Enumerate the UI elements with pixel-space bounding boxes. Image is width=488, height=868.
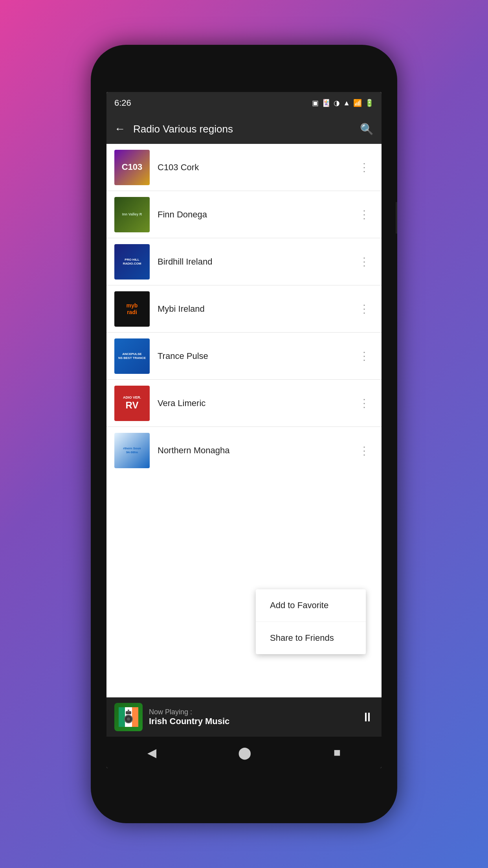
status-wifi-icon: ▲: [343, 99, 350, 107]
station-name-finn: Finn Donega: [158, 210, 355, 220]
status-battery-icon: 🔋: [365, 99, 374, 107]
menu-button-northern[interactable]: ⋮: [355, 440, 374, 461]
status-icon-card: 🃏: [322, 99, 330, 107]
side-button: [396, 202, 397, 234]
list-item[interactable]: ADIO VER.RV Vera Limeric ⋮: [106, 380, 382, 427]
list-item[interactable]: ANCEPULSENS BEST TRANCE Trance Pulse ⋮: [106, 333, 382, 380]
phone-frame: 6:26 ▣ 🃏 ◑ ▲ 📶 🔋 ← Radio Various regions…: [91, 45, 397, 823]
menu-button-mybi[interactable]: ⋮: [355, 298, 374, 319]
station-logo-mybi: mybradi: [114, 291, 150, 327]
radio-list: C103 C103 Cork ⋮ Inn Valley R Finn Doneg…: [106, 144, 382, 697]
now-playing-title: Irish Country Music: [149, 716, 355, 726]
nav-bar: ◀ ⬤ ■: [106, 737, 382, 768]
list-item[interactable]: C103 C103 Cork ⋮: [106, 144, 382, 191]
menu-button-finn[interactable]: ⋮: [355, 204, 374, 225]
station-logo-vera: ADIO VER.RV: [114, 386, 150, 421]
menu-button-c103[interactable]: ⋮: [355, 157, 374, 178]
list-item[interactable]: rthern Soun94-98fm Northern Monagha ⋮: [106, 427, 382, 474]
list-item[interactable]: PRO HILLRADIO.COM Birdhill Ireland ⋮: [106, 238, 382, 285]
status-signal-icon: 📶: [353, 99, 362, 107]
station-logo-trance: ANCEPULSENS BEST TRANCE: [114, 338, 150, 374]
phone-screen: 6:26 ▣ 🃏 ◑ ▲ 📶 🔋 ← Radio Various regions…: [106, 92, 382, 768]
station-name-vera: Vera Limeric: [158, 398, 355, 408]
share-to-friends-button[interactable]: Share to Friends: [256, 622, 366, 654]
app-bar: ← Radio Various regions 🔍: [106, 114, 382, 144]
station-name-mybi: Mybi Ireland: [158, 304, 355, 314]
status-bar: 6:26 ▣ 🃏 ◑ ▲ 📶 🔋: [106, 92, 382, 114]
station-name-c103: C103 Cork: [158, 162, 355, 173]
page-title: Radio Various regions: [133, 123, 352, 135]
menu-button-vera[interactable]: ⋮: [355, 393, 374, 414]
svg-rect-2: [132, 707, 138, 727]
status-icon-circle: ◑: [334, 99, 340, 107]
nav-home-button[interactable]: ⬤: [238, 746, 251, 760]
now-playing-station-icon: [114, 703, 143, 731]
station-logo-birdhill: PRO HILLRADIO.COM: [114, 244, 150, 280]
svg-rect-0: [119, 707, 125, 727]
now-playing-text: Now Playing : Irish Country Music: [149, 708, 355, 726]
station-name-trance: Trance Pulse: [158, 351, 355, 361]
station-logo-finn: Inn Valley R: [114, 197, 150, 232]
now-playing-bar: Now Playing : Irish Country Music ⏸: [106, 697, 382, 737]
status-icons: ▣ 🃏 ◑ ▲ 📶 🔋: [312, 99, 374, 107]
now-playing-label: Now Playing :: [149, 708, 355, 716]
status-icon-square: ▣: [312, 99, 319, 107]
menu-button-birdhill[interactable]: ⋮: [355, 251, 374, 272]
svg-point-4: [127, 717, 130, 721]
nav-recents-button[interactable]: ■: [334, 746, 341, 759]
add-to-favorite-button[interactable]: Add to Favorite: [256, 589, 366, 622]
phone-notch: [209, 45, 279, 56]
station-logo-northern: rthern Soun94-98fm: [114, 433, 150, 468]
svg-rect-6: [128, 710, 129, 712]
search-button[interactable]: 🔍: [360, 123, 374, 136]
station-name-northern: Northern Monagha: [158, 445, 355, 456]
nav-back-button[interactable]: ◀: [147, 746, 156, 760]
list-item[interactable]: mybradi Mybi Ireland ⋮: [106, 285, 382, 333]
pause-button[interactable]: ⏸: [361, 710, 374, 725]
station-name-birdhill: Birdhill Ireland: [158, 257, 355, 267]
back-button[interactable]: ←: [114, 123, 125, 135]
station-logo-c103: C103: [114, 150, 150, 185]
context-menu: Add to Favorite Share to Friends: [256, 589, 366, 654]
list-item[interactable]: Inn Valley R Finn Donega ⋮: [106, 191, 382, 238]
menu-button-trance[interactable]: ⋮: [355, 346, 374, 366]
status-time: 6:26: [114, 98, 131, 108]
